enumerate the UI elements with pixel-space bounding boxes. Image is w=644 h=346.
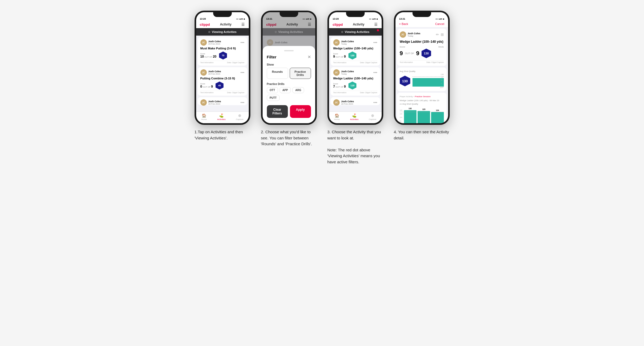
battery-icon-4: ■ [443, 18, 444, 20]
chart-subtitle: ••• Avg Shot Quality [400, 103, 444, 105]
phone-3: 13:20 ▪▪▪ wifi ■ clippd Activity ☰ ⚙ Vie… [327, 11, 383, 125]
rounds-btn[interactable]: Rounds [267, 68, 288, 79]
stat-score-1-1: Score 10 OUT OF 20 [200, 53, 217, 58]
filter-icon-1: ⚙ [208, 31, 211, 33]
bar-chart-wrap: 1401201008060 132 129 124 [400, 106, 444, 123]
clear-filters-btn[interactable]: Clear Filters [267, 105, 288, 118]
expand-icon[interactable]: ⊞ [441, 32, 444, 37]
cancel-btn-4[interactable]: Cancel [435, 22, 444, 25]
activity-card-1-3[interactable]: JC Josh Coles 28 Feb 2023 ••• [198, 97, 247, 105]
tab-home-3[interactable]: 🏠 Home [334, 113, 340, 121]
tab-activities-label-3: Activities [350, 118, 359, 121]
filter-toggle-row: Rounds Practice Drills [267, 68, 311, 79]
more-icon-1-3[interactable]: ••• [241, 100, 245, 105]
score-label-3-1: Score [333, 53, 346, 55]
logo-3: clippd [333, 23, 343, 27]
menu-icon-3[interactable]: ☰ [374, 22, 378, 27]
drill-tags: OTT APP ARG PUTT [267, 87, 311, 101]
card-header-1-1: JC Josh Coles 28 Feb 2023 ••• [200, 39, 245, 46]
chart-axis-top: 130 [413, 74, 444, 75]
notch-1 [213, 12, 232, 17]
close-icon[interactable]: ✕ [308, 54, 311, 59]
nav-title-3: Activity [353, 23, 364, 26]
time-3: 13:20 [333, 18, 339, 20]
detail-user-row: JC Josh Coles Today ✏ ⊞ [400, 31, 444, 38]
y-axis-4: 1401201008060 [400, 109, 403, 123]
avatar-3-1: JC [333, 39, 340, 46]
activity-card-3-2[interactable]: JC Josh Coles Today ••• Wedge Ladder (10… [331, 67, 380, 96]
tab-home-1[interactable]: 🏠 Home [201, 113, 207, 121]
card-header-3-3: JC Josh Coles 28 Feb 2023 ••• [333, 99, 377, 106]
info-footer-3-1: Test Information Data: Clippd Capture [333, 61, 377, 63]
bar-chart: 1401201008060 132 129 124 [400, 109, 444, 123]
wifi-icon-3: wifi [372, 18, 376, 20]
viewing-bar-text-3: Viewing Activities [345, 30, 369, 33]
tab-activities-1[interactable]: ⛳ Activities [217, 113, 226, 121]
tag-ott[interactable]: OTT [267, 87, 278, 93]
caption-4: 4. You can then see the Activity detail. [394, 129, 450, 141]
score-label-1-1: Score [200, 53, 217, 55]
sq-hex-1-2: 45 [216, 82, 224, 89]
more-icon-3-1[interactable]: ••• [373, 40, 377, 45]
more-icon-3-3[interactable]: ••• [373, 100, 377, 105]
activity-card-3-3[interactable]: JC Josh Coles 28 Feb 2023 ••• [331, 97, 380, 105]
filter-title: Filter [267, 55, 277, 59]
card-header-1-3: JC Josh Coles 28 Feb 2023 ••• [200, 99, 245, 106]
stat-score-3-2: Score 7 OUT OF 9 [333, 83, 346, 88]
avg-sq-row: 130 130 APP 100 50 [400, 74, 444, 88]
time-4: 13:21 [399, 18, 405, 20]
wifi-icon-4: wifi [439, 18, 442, 20]
chart-axis-label-app: APP [413, 87, 444, 88]
tab-capture-3[interactable]: ⊕ Capture [369, 113, 376, 121]
detail-shots-header: Shots [438, 46, 444, 48]
caption-3: 3. Choose the Activity that you want to … [327, 129, 383, 165]
activity-list-1: JC Josh Coles 28 Feb 2023 ••• Must Make … [196, 36, 249, 112]
of-1-1: OUT OF [204, 56, 212, 58]
phone-block-1: 13:20 ▪▪▪ wifi ■ clippd Activity ☰ ⚙ Vie… [193, 11, 252, 141]
apply-btn[interactable]: Apply [290, 105, 311, 118]
avg-sq-label: Avg Shot Quality [400, 70, 444, 72]
tag-app[interactable]: APP [280, 87, 291, 93]
status-icons-3: ▪▪▪ wifi ■ [369, 18, 378, 20]
detail-data-text: Data: Clippd Capture [426, 61, 444, 63]
of-3-1: OUT OF [335, 56, 343, 58]
avatar-3-2: JC [333, 69, 340, 76]
more-icon-1-2[interactable]: ••• [241, 70, 245, 75]
y-axis-labels: 100 50 0 [441, 76, 443, 84]
more-icon-1-1[interactable]: ••• [241, 40, 245, 45]
home-icon-1: 🏠 [202, 113, 206, 118]
tag-arg[interactable]: ARG [292, 87, 304, 93]
phone-block-2: 13:21 ▪▪▪ wifi ■ clippd Activity ☰ ⚙ Vie… [260, 11, 318, 147]
activity-card-1-1[interactable]: JC Josh Coles 28 Feb 2023 ••• Must Make … [198, 37, 247, 66]
info-text-1-1: Test Information [200, 62, 214, 63]
avg-sq-card: Avg Shot Quality 130 130 APP [397, 67, 447, 91]
app-nav-3: clippd Activity ☰ [329, 21, 382, 28]
practice-drills-btn[interactable]: Practice Drills [290, 68, 311, 79]
data-text-1-1: Data: Clippd Capture [227, 62, 244, 63]
menu-icon-1[interactable]: ☰ [241, 22, 245, 27]
username-3-2: Josh Coles [341, 70, 373, 73]
of-3-2: OUT OF [335, 86, 343, 88]
tab-capture-1[interactable]: ⊕ Capture [236, 113, 243, 121]
back-btn-4[interactable]: < Back [399, 22, 408, 25]
activity-card-1-2[interactable]: JC Josh Coles 28 Feb 2023 ••• Putting Co… [198, 67, 247, 96]
tab-activities-3[interactable]: ⛳ Activities [350, 113, 359, 121]
viewing-bar-1[interactable]: ⚙ Viewing Activities [196, 28, 249, 36]
phone-4: 13:21 ▪▪▪ wifi ■ < Back Cancel [394, 11, 450, 125]
activity-card-3-1[interactable]: JC Josh Coles Today ••• Wedge Ladder (10… [331, 37, 380, 66]
phone-block-4: 13:21 ▪▪▪ wifi ■ < Back Cancel [393, 11, 451, 141]
capture-icon-1: ⊕ [238, 113, 241, 118]
viewing-bar-3[interactable]: ⚙ Viewing Activities [329, 28, 382, 36]
score-val-1-2: 0 OUT OF 9 [200, 85, 213, 88]
more-icon-3-2[interactable]: ••• [373, 70, 377, 75]
battery-icon: ■ [244, 18, 245, 20]
mini-bar-chart [413, 76, 444, 87]
dashed-line-4 [400, 112, 444, 112]
avatar-1-3: JC [200, 99, 207, 106]
tag-putt[interactable]: PUTT [267, 95, 280, 101]
user-info-3-2: Josh Coles Today [341, 70, 373, 75]
tab-capture-label-1: Capture [236, 118, 243, 121]
user-info-3-3: Josh Coles 28 Feb 2023 [341, 100, 373, 105]
edit-icon[interactable]: ✏ [436, 32, 439, 37]
detail-stats-header: Score Shots [400, 46, 444, 48]
